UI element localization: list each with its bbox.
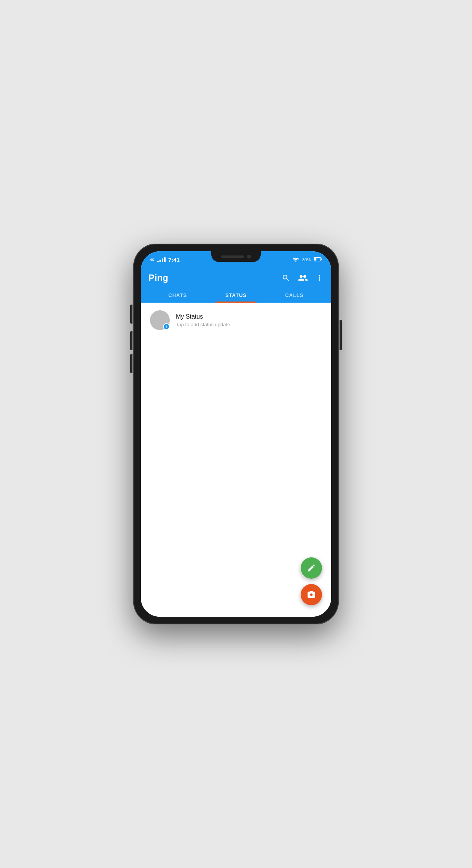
search-icon[interactable] [282,274,290,282]
my-status-avatar: + [150,310,170,330]
add-status-plus: + [163,323,170,330]
status-bar-left: 4G 7:41 [150,257,180,263]
svg-rect-1 [321,258,322,260]
content-area: + My Status Tap to add status update [141,303,331,617]
tab-calls[interactable]: CALLS [265,288,324,303]
my-status-subtitle: Tap to add status update [176,322,322,327]
my-status-title: My Status [176,313,322,320]
my-status-section[interactable]: + My Status Tap to add status update [141,303,331,338]
more-options-icon[interactable] [315,274,324,282]
tab-status[interactable]: STATUS [207,288,265,303]
add-contact-icon[interactable] [298,274,308,282]
tabs: CHATS STATUS CALLS [148,288,324,303]
phone-device: 4G 7:41 30% [133,244,339,624]
fab-container [301,557,322,605]
svg-rect-2 [314,258,316,261]
wifi-icon [292,256,299,263]
pencil-icon [307,563,316,573]
add-photo-status-fab[interactable] [301,584,322,605]
network-type: 4G [150,258,155,262]
time-display: 7:41 [168,257,180,263]
phone-screen: 4G 7:41 30% [141,251,331,617]
header-icons [282,274,324,282]
speaker [221,255,244,258]
front-camera [247,255,251,258]
signal-icon [157,257,166,262]
status-bar-right: 30% [292,256,322,263]
tab-chats[interactable]: CHATS [148,288,207,303]
add-text-status-fab[interactable] [301,557,322,579]
app-title: Ping [148,273,168,283]
status-text-group: My Status Tap to add status update [176,313,322,327]
header-top: Ping [148,273,324,288]
camera-icon [307,590,316,599]
notch [211,251,261,262]
battery-percent: 30% [302,257,311,262]
app-header: Ping [141,268,331,303]
battery-icon [314,256,322,263]
